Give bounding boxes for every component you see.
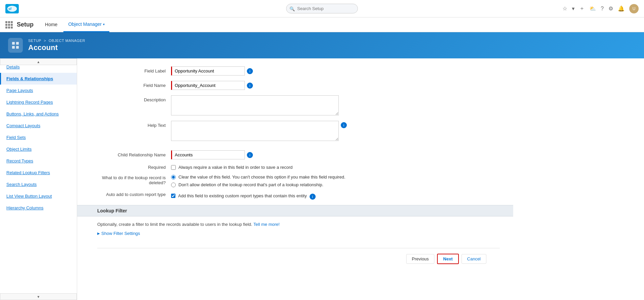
deleted-radio-group: Clear the value of this field. You can't…	[171, 174, 345, 187]
required-row: Required Always require a value in this …	[97, 165, 500, 170]
sidebar-item-object-limits[interactable]: Object Limits	[0, 143, 77, 155]
radio-dont-allow-label: Don't allow deletion of the lookup recor…	[178, 182, 323, 187]
search-input[interactable]	[286, 4, 358, 13]
sidebar-item-field-sets[interactable]: Field Sets	[0, 132, 77, 143]
deleted-row: What to do if the lookup record is delet…	[97, 174, 500, 187]
favorites-chevron-icon[interactable]: ▾	[572, 5, 575, 12]
required-checkbox-label: Always require a value in this field in …	[178, 165, 292, 170]
lookup-filter-section-body: Optionally, create a filter to limit the…	[97, 216, 500, 241]
description-row: Description	[97, 95, 500, 115]
grid-icon[interactable]	[5, 21, 13, 29]
svg-rect-5	[16, 46, 19, 49]
help-icon[interactable]: ?	[601, 6, 604, 12]
search-icon: 🔍	[289, 6, 295, 11]
radio-row-clear: Clear the value of this field. You can't…	[171, 174, 345, 180]
description-control	[171, 95, 500, 115]
tell-me-more-link[interactable]: Tell me more!	[254, 222, 280, 227]
help-text-info-button[interactable]: i	[341, 122, 347, 128]
second-navigation: Setup Home Object Manager ▾	[0, 17, 644, 32]
sidebar-item-buttons-links-actions[interactable]: Buttons, Links, and Actions	[0, 108, 77, 120]
show-filter-settings-link[interactable]: ▶ Show Filter Settings	[97, 231, 500, 236]
sidebar-item-search-layouts[interactable]: Search Layouts	[0, 179, 77, 190]
child-rel-name-row: Child Relationship Name i	[97, 150, 500, 159]
show-filter-chevron-icon: ▶	[97, 232, 100, 235]
sidebar-scroll-up[interactable]: ▲	[0, 58, 77, 65]
page-title: Account	[28, 43, 85, 52]
help-text-textarea[interactable]	[171, 121, 339, 141]
child-rel-name-control: i	[171, 150, 500, 159]
hero-text: SETUP > OBJECT MANAGER Account	[28, 39, 85, 52]
form-footer: Previous Next Cancel	[97, 248, 500, 269]
field-label-label: Field Label	[97, 66, 171, 73]
nav-item-home[interactable]: Home	[40, 17, 62, 32]
settings-icon[interactable]: ⚙	[608, 5, 613, 12]
avatar[interactable]: U	[629, 4, 639, 13]
nav-item-object-manager[interactable]: Object Manager ▾	[63, 17, 109, 32]
required-control: Always require a value in this field in …	[171, 165, 292, 170]
help-text-label: Help Text	[97, 121, 171, 128]
star-icon[interactable]: ☆	[562, 5, 567, 12]
field-name-input[interactable]	[171, 81, 245, 90]
radio-dont-allow-input[interactable]	[171, 183, 176, 187]
sidebar-item-hierarchy-columns[interactable]: Hierarchy Columns	[0, 202, 77, 214]
sidebar-item-record-types[interactable]: Record Types	[0, 155, 77, 167]
description-label: Description	[97, 95, 171, 102]
bell-icon[interactable]: 🔔	[618, 5, 625, 12]
hero-icon	[8, 38, 23, 53]
sidebar-item-compact-layouts[interactable]: Compact Layouts	[0, 120, 77, 132]
sidebar-scroll-down[interactable]: ▼	[0, 293, 77, 300]
radio-clear-input[interactable]	[171, 175, 176, 180]
required-label: Required	[97, 165, 171, 170]
field-name-label: Field Name	[97, 81, 171, 88]
sidebar-item-related-lookup-filters[interactable]: Related Lookup Filters	[0, 167, 77, 179]
app-name: Setup	[17, 21, 34, 28]
sidebar: ▲ Details Fields & Relationships Page La…	[0, 58, 77, 300]
previous-button[interactable]: Previous	[406, 254, 435, 264]
cancel-button[interactable]: Cancel	[462, 254, 486, 264]
top-navigation: sf 🔍 ☆ ▾ ＋ ⛅ ? ⚙ 🔔 U	[0, 0, 644, 17]
hero-section: SETUP > OBJECT MANAGER Account	[0, 32, 644, 58]
sidebar-item-list-view-button-layout[interactable]: List View Button Layout	[0, 190, 77, 202]
svg-rect-2	[12, 42, 15, 45]
breadcrumb-object-manager[interactable]: OBJECT MANAGER	[49, 39, 85, 43]
child-rel-name-input[interactable]	[171, 150, 245, 159]
lookup-filter-description: Optionally, create a filter to limit the…	[97, 222, 500, 227]
form-area: Field Label i Field Name i Description	[77, 58, 644, 300]
field-label-info-button[interactable]: i	[247, 68, 253, 74]
auto-add-info-button[interactable]: i	[310, 194, 316, 200]
required-checkbox[interactable]	[171, 165, 176, 170]
cloud-icon[interactable]: ⛅	[589, 5, 596, 12]
add-icon[interactable]: ＋	[579, 5, 585, 12]
child-rel-name-label: Child Relationship Name	[97, 150, 171, 157]
field-label-row: Field Label i	[97, 66, 500, 76]
help-text-row: Help Text i	[97, 121, 500, 141]
auto-add-control: Add this field to existing custom report…	[171, 192, 316, 200]
sidebar-item-fields-relationships[interactable]: Fields & Relationships	[0, 73, 77, 85]
field-name-info-button[interactable]: i	[247, 83, 253, 89]
svg-rect-3	[16, 42, 19, 45]
form-inner: Field Label i Field Name i Description	[77, 58, 513, 276]
auto-add-checkbox[interactable]	[171, 194, 175, 198]
svg-rect-4	[12, 46, 15, 49]
field-name-control: i	[171, 81, 500, 90]
main-layout: ▲ Details Fields & Relationships Page La…	[0, 58, 644, 300]
field-name-row: Field Name i	[97, 81, 500, 90]
search-container: 🔍	[286, 4, 358, 13]
sidebar-item-lightning-record-pages[interactable]: Lightning Record Pages	[0, 96, 77, 108]
auto-add-checkbox-label: Add this field to existing custom report…	[178, 193, 307, 198]
radio-row-dont-allow: Don't allow deletion of the lookup recor…	[171, 182, 345, 187]
breadcrumb-setup[interactable]: SETUP	[28, 39, 41, 43]
radio-clear-label: Clear the value of this field. You can't…	[178, 174, 345, 180]
svg-text:sf: sf	[8, 7, 12, 10]
object-manager-chevron-icon: ▾	[103, 22, 105, 26]
auto-add-row: Auto add to custom report type Add this …	[97, 192, 500, 200]
breadcrumb: SETUP > OBJECT MANAGER	[28, 39, 85, 43]
auto-add-label: Auto add to custom report type	[97, 192, 171, 197]
description-textarea[interactable]	[171, 95, 339, 115]
field-label-control: i	[171, 66, 500, 76]
next-button[interactable]: Next	[437, 254, 459, 264]
child-rel-name-info-button[interactable]: i	[247, 152, 253, 158]
nav-right-icons: ☆ ▾ ＋ ⛅ ? ⚙ 🔔 U	[562, 4, 639, 13]
field-label-input[interactable]	[171, 66, 245, 76]
sidebar-item-page-layouts[interactable]: Page Layouts	[0, 85, 77, 96]
